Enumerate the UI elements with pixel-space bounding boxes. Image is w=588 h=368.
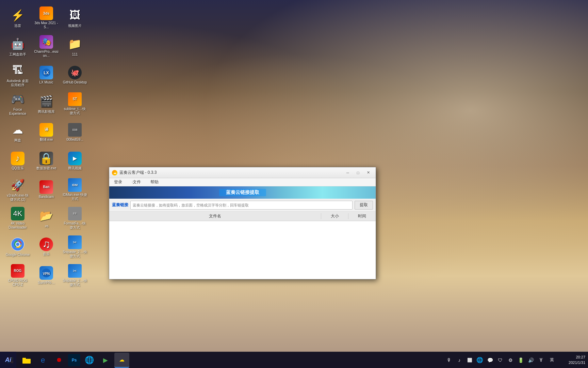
clock-display[interactable]: 20:27 2021/1/31 bbox=[558, 355, 585, 365]
tray-settings[interactable]: ⚙ bbox=[506, 355, 515, 365]
svg-rect-13 bbox=[22, 358, 26, 359]
desktop-icon-008edg[interactable]: 008 008edG9... bbox=[61, 119, 88, 146]
tray-wechat[interactable]: 💬 bbox=[485, 355, 495, 365]
desktop-icon-folder-111[interactable]: 📁 111 bbox=[61, 33, 88, 60]
desktop-icon-vs[interactable]: 📂 .vs bbox=[33, 204, 60, 232]
desktop-icon-snipaste1[interactable]: ✂ Snipaste_2...-快捷方式 bbox=[61, 233, 88, 260]
ai-label: Ai bbox=[0, 352, 16, 368]
svg-text:LX: LX bbox=[44, 71, 49, 75]
taskbar-photoshop[interactable]: Ps bbox=[68, 354, 80, 366]
desktop-icon-formatfactory[interactable]: FF FormatFa...-快捷方式 bbox=[61, 204, 88, 232]
menu-login[interactable]: 登录 bbox=[112, 179, 124, 186]
tray-mic[interactable]: 🎙 bbox=[444, 355, 454, 365]
desktop-icon-qq-music[interactable]: ♪ QQ音乐 bbox=[4, 147, 31, 174]
table-header-filename: 文件名 bbox=[109, 213, 321, 219]
tray-circle[interactable]: ⬜ bbox=[465, 355, 474, 365]
fetch-button[interactable]: 提取 bbox=[355, 201, 373, 210]
clock-date: 2021/1/31 bbox=[558, 360, 585, 365]
desktop-icon-photo-video[interactable]: 🖼 视频图片 bbox=[61, 4, 88, 31]
desktop-icon-google-chrome[interactable]: Google Chrome bbox=[4, 233, 31, 260]
desktop-icon-3dsmax[interactable]: 3ds 3ds Max 2021 - S... bbox=[33, 4, 60, 31]
desktop-icon-autodesk[interactable]: 🏗 Autodesk 桌面应用程序 bbox=[4, 61, 31, 89]
table-header: 文件名 大小 时间 bbox=[109, 212, 376, 221]
desktop-icon-lx-music[interactable]: LX LX Music bbox=[33, 61, 60, 89]
table-header-time: 时间 bbox=[348, 213, 376, 219]
lanzou-window: ☁ 蓝奏云客户端 - 0.3.3 ─ □ ✕ 登录 ·文件 帮助 蓝奏云链接提取… bbox=[109, 167, 376, 279]
desktop-icon-sunvpn[interactable]: VPN SunVPN-... bbox=[33, 262, 60, 289]
desktop-icon-charm[interactable]: 🎭 CharmPro...ession... bbox=[33, 33, 60, 60]
tray-music[interactable]: ♪ bbox=[455, 355, 464, 365]
minimize-button[interactable]: ─ bbox=[343, 169, 353, 176]
input-row: 蓝奏链接 提取 bbox=[109, 199, 376, 212]
desktop-icon-data-encrypt[interactable]: 🔒 数据加密.exe bbox=[33, 147, 60, 174]
taskbar-record[interactable]: ⏺ bbox=[52, 353, 67, 368]
taskbar-file-explorer[interactable] bbox=[19, 353, 34, 368]
clock-time: 20:27 bbox=[558, 355, 585, 360]
desktop-icon-ai-helper[interactable]: 🤖 工网盘助手 bbox=[4, 33, 31, 60]
tray-browser[interactable]: 🌐 bbox=[475, 355, 485, 365]
taskbar-ie[interactable]: e bbox=[35, 353, 50, 368]
desktop-icon-tencent-video[interactable]: ▶ 腾讯视频 bbox=[61, 147, 88, 174]
tray-shield[interactable]: 🛡 bbox=[495, 355, 505, 365]
window-title-area: ☁ 蓝奏云客户端 - 0.3.3 bbox=[112, 170, 157, 175]
taskbar-edge[interactable]: 🌐 bbox=[82, 353, 97, 368]
taskbar-lanzou-active[interactable]: ☁ bbox=[114, 353, 129, 368]
svg-point-3 bbox=[16, 243, 19, 246]
desktop-icon-xunlei[interactable]: ⚡ 迅雷 bbox=[4, 4, 31, 31]
close-button[interactable]: ✕ bbox=[363, 169, 373, 176]
desktop-icon-network-disk[interactable]: ☁ 网盘 bbox=[4, 119, 31, 146]
table-body bbox=[109, 221, 376, 279]
tray-network[interactable] bbox=[536, 355, 546, 365]
desktop-icon-force[interactable]: 🎮 Force Experience bbox=[4, 90, 31, 117]
desktop-icon-music-app[interactable]: ♫ 音乐 bbox=[33, 233, 60, 260]
taskbar-left: e ⏺ Ps 🌐 ▶ ☁ bbox=[3, 353, 129, 368]
desktop-icon-4k-video[interactable]: 4K 4K Video Downloader bbox=[4, 204, 31, 232]
window-title-text: 蓝奏云客户端 - 0.3.3 bbox=[119, 170, 157, 175]
desktop-icons-area: ⚡ 迅雷 🤖 工网盘助手 🏗 Autodesk 桌面应用程序 🎮 Force E… bbox=[0, 0, 95, 293]
menu-help[interactable]: 帮助 bbox=[148, 179, 161, 186]
url-input-field[interactable] bbox=[130, 201, 353, 210]
svg-text:VPN: VPN bbox=[43, 272, 50, 276]
taskbar-play[interactable]: ▶ bbox=[98, 353, 113, 368]
input-label-text: 蓝奏链接 bbox=[112, 202, 128, 208]
window-menubar: 登录 ·文件 帮助 bbox=[109, 178, 376, 186]
window-banner: 蓝奏云链接提取 bbox=[109, 186, 376, 199]
desktop-icon-cpuid[interactable]: ROG CPUID ROG CPU-Z bbox=[4, 262, 31, 289]
window-controls: ─ □ ✕ bbox=[343, 169, 373, 176]
desktop-icon-idman[interactable]: IDM IDMan.exe-快捷方式 bbox=[61, 176, 88, 203]
table-header-size: 大小 bbox=[321, 213, 348, 219]
svg-rect-12 bbox=[22, 359, 31, 364]
taskbar-right: 🎙 ♪ ⬜ 🌐 💬 🛡 ⚙ 🔋 🔊 英 20:27 2021/1/31 bbox=[444, 355, 585, 365]
window-app-icon: ☁ bbox=[112, 170, 117, 175]
tray-battery[interactable]: 🔋 bbox=[516, 355, 525, 365]
desktop-icon-github[interactable]: 🐙 GitHub Desktop bbox=[61, 61, 88, 89]
window-titlebar[interactable]: ☁ 蓝奏云客户端 - 0.3.3 ─ □ ✕ bbox=[109, 167, 376, 178]
menu-file[interactable]: ·文件 bbox=[130, 179, 143, 186]
tray-area: 🎙 ♪ ⬜ 🌐 💬 🛡 ⚙ 🔋 🔊 bbox=[444, 355, 546, 365]
desktop-icon-v2rayn[interactable]: 🚀 v2rayN.exe-快捷方式 (2) bbox=[4, 176, 31, 203]
desktop-icon-sublimetext[interactable]: ST sublime_t...-快捷方式 bbox=[61, 90, 88, 117]
desktop-icon-snipaste2[interactable]: ✂ Snipaste_2...-快捷方式 bbox=[61, 262, 88, 289]
maximize-button[interactable]: □ bbox=[353, 169, 363, 176]
language-indicator[interactable]: 英 bbox=[548, 356, 556, 364]
taskbar: e ⏺ Ps 🌐 ▶ ☁ 🎙 ♪ ⬜ 🌐 💬 🛡 ⚙ 🔋 🔊 英 bbox=[0, 352, 588, 368]
banner-title-text: 蓝奏云链接提取 bbox=[219, 189, 266, 196]
tray-volume[interactable]: 🔊 bbox=[526, 355, 536, 365]
desktop-icon-translator[interactable]: 译 翻译.exe bbox=[33, 119, 60, 146]
desktop-icon-bandicam[interactable]: Ban Bandicam bbox=[33, 176, 60, 203]
desktop-icon-tencent-movies[interactable]: 🎬 腾讯影视库 bbox=[33, 90, 60, 117]
